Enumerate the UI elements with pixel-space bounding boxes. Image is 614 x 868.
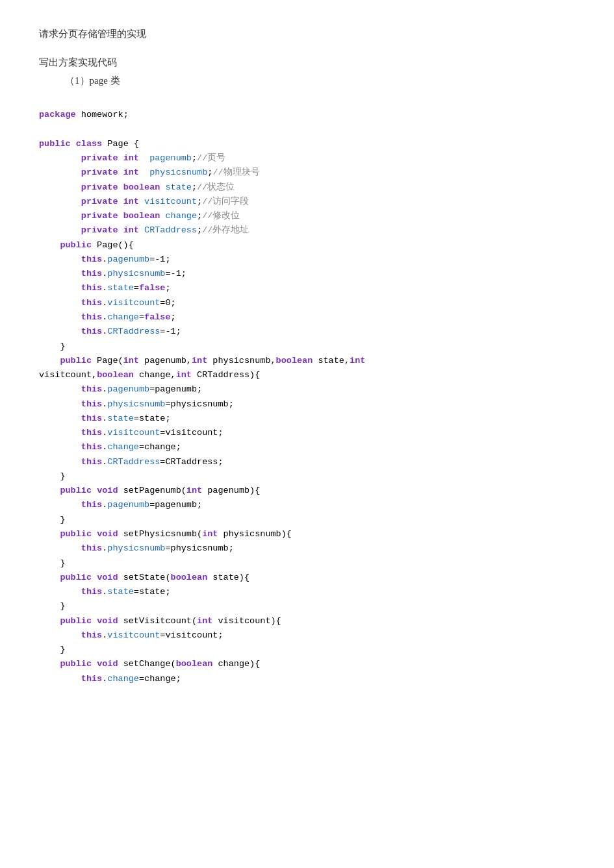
intro-text: 请求分页存储管理的实现 <box>39 26 575 42</box>
section-title: 写出方案实现代码 <box>39 55 575 70</box>
code-block: package homework; public class Page { pr… <box>39 93 575 686</box>
sub-title: （1）page 类 <box>65 73 575 88</box>
